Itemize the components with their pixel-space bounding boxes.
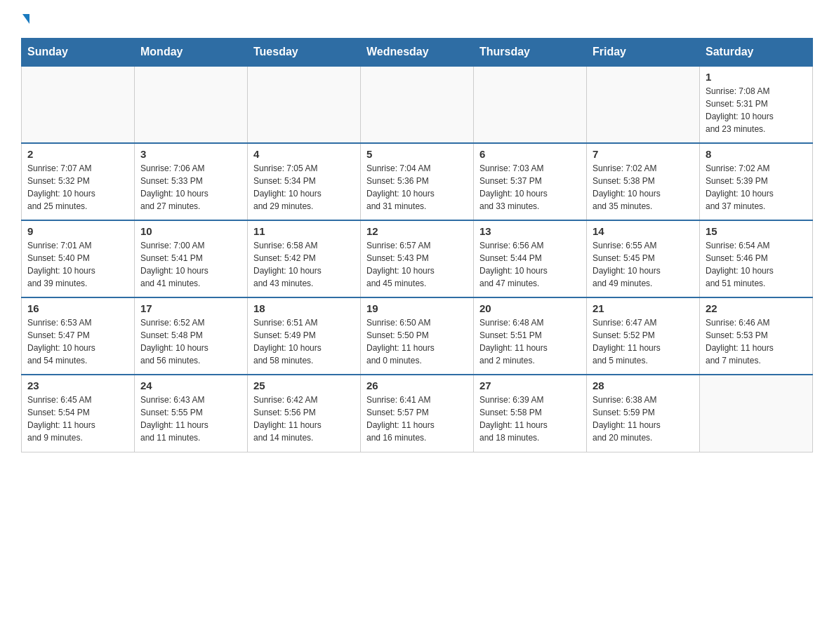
- weekday-header-friday: Friday: [587, 39, 700, 67]
- day-info: Sunrise: 6:42 AM Sunset: 5:56 PM Dayligh…: [253, 394, 355, 444]
- day-info: Sunrise: 6:50 AM Sunset: 5:50 PM Dayligh…: [366, 316, 468, 367]
- day-number: 15: [706, 225, 807, 237]
- day-info: Sunrise: 6:47 AM Sunset: 5:52 PM Dayligh…: [593, 316, 694, 367]
- day-info: Sunrise: 6:45 AM Sunset: 5:54 PM Dayligh…: [27, 394, 128, 444]
- week-row-2: 2Sunrise: 7:07 AM Sunset: 5:32 PM Daylig…: [22, 143, 813, 220]
- day-number: 22: [706, 302, 807, 314]
- calendar-cell: [22, 66, 135, 143]
- day-info: Sunrise: 7:03 AM Sunset: 5:37 PM Dayligh…: [479, 162, 581, 213]
- calendar-cell: 17Sunrise: 6:52 AM Sunset: 5:48 PM Dayli…: [135, 297, 248, 375]
- calendar-cell: 12Sunrise: 6:57 AM Sunset: 5:43 PM Dayli…: [361, 220, 474, 297]
- weekday-header-sunday: Sunday: [22, 39, 135, 67]
- day-number: 18: [253, 302, 355, 314]
- weekday-header-row: SundayMondayTuesdayWednesdayThursdayFrid…: [22, 39, 813, 67]
- day-number: 20: [479, 302, 581, 314]
- day-info: Sunrise: 6:46 AM Sunset: 5:53 PM Dayligh…: [706, 316, 807, 367]
- calendar-cell: 2Sunrise: 7:07 AM Sunset: 5:32 PM Daylig…: [22, 143, 135, 220]
- day-info: Sunrise: 6:58 AM Sunset: 5:42 PM Dayligh…: [253, 239, 355, 290]
- calendar-cell: 18Sunrise: 6:51 AM Sunset: 5:49 PM Dayli…: [248, 297, 361, 375]
- calendar-cell: 15Sunrise: 6:54 AM Sunset: 5:46 PM Dayli…: [700, 220, 813, 297]
- day-number: 23: [27, 380, 128, 391]
- day-number: 14: [593, 225, 694, 237]
- calendar-cell: 20Sunrise: 6:48 AM Sunset: 5:51 PM Dayli…: [474, 297, 587, 375]
- weekday-header-wednesday: Wednesday: [361, 39, 474, 67]
- day-info: Sunrise: 7:07 AM Sunset: 5:32 PM Dayligh…: [27, 162, 128, 213]
- day-number: 1: [706, 71, 807, 83]
- calendar-cell: 9Sunrise: 7:01 AM Sunset: 5:40 PM Daylig…: [22, 220, 135, 297]
- day-number: 19: [366, 302, 468, 314]
- calendar-cell: 1Sunrise: 7:08 AM Sunset: 5:31 PM Daylig…: [700, 66, 813, 143]
- day-number: 13: [479, 225, 581, 237]
- calendar-cell: [474, 66, 587, 143]
- day-info: Sunrise: 6:41 AM Sunset: 5:57 PM Dayligh…: [366, 394, 468, 444]
- day-info: Sunrise: 6:57 AM Sunset: 5:43 PM Dayligh…: [366, 239, 468, 290]
- calendar-cell: 22Sunrise: 6:46 AM Sunset: 5:53 PM Dayli…: [700, 297, 813, 375]
- weekday-header-thursday: Thursday: [474, 39, 587, 67]
- calendar-cell: 13Sunrise: 6:56 AM Sunset: 5:44 PM Dayli…: [474, 220, 587, 297]
- logo-arrow-icon: [22, 14, 29, 24]
- calendar-cell: [587, 66, 700, 143]
- page-header: [21, 14, 813, 24]
- day-number: 25: [253, 380, 355, 391]
- day-info: Sunrise: 7:05 AM Sunset: 5:34 PM Dayligh…: [253, 162, 355, 213]
- calendar-cell: [700, 375, 813, 452]
- calendar-cell: 8Sunrise: 7:02 AM Sunset: 5:39 PM Daylig…: [700, 143, 813, 220]
- day-number: 26: [366, 380, 468, 391]
- day-number: 12: [366, 225, 468, 237]
- day-info: Sunrise: 7:08 AM Sunset: 5:31 PM Dayligh…: [706, 85, 807, 135]
- day-number: 5: [366, 148, 468, 160]
- calendar-cell: 21Sunrise: 6:47 AM Sunset: 5:52 PM Dayli…: [587, 297, 700, 375]
- day-info: Sunrise: 7:02 AM Sunset: 5:38 PM Dayligh…: [593, 162, 694, 213]
- day-info: Sunrise: 6:51 AM Sunset: 5:49 PM Dayligh…: [253, 316, 355, 367]
- day-number: 9: [27, 225, 128, 237]
- day-number: 27: [479, 380, 581, 391]
- day-number: 16: [27, 302, 128, 314]
- day-info: Sunrise: 7:02 AM Sunset: 5:39 PM Dayligh…: [706, 162, 807, 213]
- day-number: 21: [593, 302, 694, 314]
- weekday-header-monday: Monday: [135, 39, 248, 67]
- day-number: 6: [479, 148, 581, 160]
- calendar-cell: 26Sunrise: 6:41 AM Sunset: 5:57 PM Dayli…: [361, 375, 474, 452]
- calendar-cell: 19Sunrise: 6:50 AM Sunset: 5:50 PM Dayli…: [361, 297, 474, 375]
- day-info: Sunrise: 7:01 AM Sunset: 5:40 PM Dayligh…: [27, 239, 128, 290]
- week-row-3: 9Sunrise: 7:01 AM Sunset: 5:40 PM Daylig…: [22, 220, 813, 297]
- calendar-cell: 25Sunrise: 6:42 AM Sunset: 5:56 PM Dayli…: [248, 375, 361, 452]
- week-row-5: 23Sunrise: 6:45 AM Sunset: 5:54 PM Dayli…: [22, 375, 813, 452]
- day-number: 17: [140, 302, 241, 314]
- day-number: 2: [27, 148, 128, 160]
- calendar-cell: 28Sunrise: 6:38 AM Sunset: 5:59 PM Dayli…: [587, 375, 700, 452]
- logo: [21, 14, 29, 24]
- day-info: Sunrise: 7:06 AM Sunset: 5:33 PM Dayligh…: [140, 162, 241, 213]
- weekday-header-saturday: Saturday: [700, 39, 813, 67]
- day-info: Sunrise: 6:43 AM Sunset: 5:55 PM Dayligh…: [140, 394, 241, 444]
- day-number: 10: [140, 225, 241, 237]
- calendar-cell: 10Sunrise: 7:00 AM Sunset: 5:41 PM Dayli…: [135, 220, 248, 297]
- calendar-cell: [248, 66, 361, 143]
- day-info: Sunrise: 6:53 AM Sunset: 5:47 PM Dayligh…: [27, 316, 128, 367]
- day-info: Sunrise: 7:04 AM Sunset: 5:36 PM Dayligh…: [366, 162, 468, 213]
- calendar-cell: 14Sunrise: 6:55 AM Sunset: 5:45 PM Dayli…: [587, 220, 700, 297]
- day-number: 3: [140, 148, 241, 160]
- calendar-table: SundayMondayTuesdayWednesdayThursdayFrid…: [21, 38, 813, 452]
- day-info: Sunrise: 6:52 AM Sunset: 5:48 PM Dayligh…: [140, 316, 241, 367]
- calendar-cell: [135, 66, 248, 143]
- calendar-cell: 23Sunrise: 6:45 AM Sunset: 5:54 PM Dayli…: [22, 375, 135, 452]
- calendar-cell: 16Sunrise: 6:53 AM Sunset: 5:47 PM Dayli…: [22, 297, 135, 375]
- calendar-cell: 27Sunrise: 6:39 AM Sunset: 5:58 PM Dayli…: [474, 375, 587, 452]
- calendar-cell: 6Sunrise: 7:03 AM Sunset: 5:37 PM Daylig…: [474, 143, 587, 220]
- day-info: Sunrise: 6:55 AM Sunset: 5:45 PM Dayligh…: [593, 239, 694, 290]
- calendar-cell: 3Sunrise: 7:06 AM Sunset: 5:33 PM Daylig…: [135, 143, 248, 220]
- week-row-1: 1Sunrise: 7:08 AM Sunset: 5:31 PM Daylig…: [22, 66, 813, 143]
- weekday-header-tuesday: Tuesday: [248, 39, 361, 67]
- calendar-cell: 24Sunrise: 6:43 AM Sunset: 5:55 PM Dayli…: [135, 375, 248, 452]
- day-info: Sunrise: 6:39 AM Sunset: 5:58 PM Dayligh…: [479, 394, 581, 444]
- day-info: Sunrise: 6:48 AM Sunset: 5:51 PM Dayligh…: [479, 316, 581, 367]
- day-number: 24: [140, 380, 241, 391]
- calendar-cell: 4Sunrise: 7:05 AM Sunset: 5:34 PM Daylig…: [248, 143, 361, 220]
- calendar-cell: [361, 66, 474, 143]
- day-info: Sunrise: 7:00 AM Sunset: 5:41 PM Dayligh…: [140, 239, 241, 290]
- week-row-4: 16Sunrise: 6:53 AM Sunset: 5:47 PM Dayli…: [22, 297, 813, 375]
- calendar-cell: 11Sunrise: 6:58 AM Sunset: 5:42 PM Dayli…: [248, 220, 361, 297]
- day-number: 28: [593, 380, 694, 391]
- calendar-cell: 5Sunrise: 7:04 AM Sunset: 5:36 PM Daylig…: [361, 143, 474, 220]
